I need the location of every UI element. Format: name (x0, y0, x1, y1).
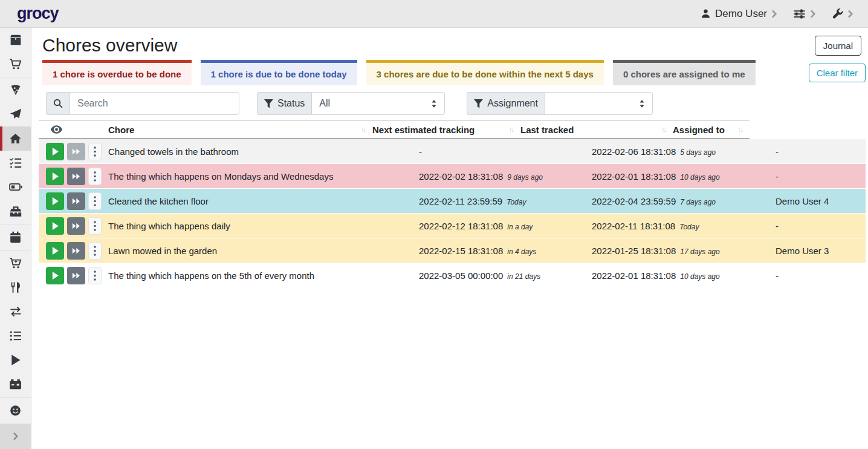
row-actions (45, 217, 108, 235)
play-icon (51, 221, 59, 231)
sidebar-item-equipment[interactable] (0, 199, 31, 223)
smiley-icon (10, 405, 21, 416)
caret-updown-icon (639, 99, 645, 108)
sidebar-item-chores[interactable] (0, 126, 31, 151)
chevron-right-icon (771, 10, 777, 18)
sidebar-item-transfer[interactable] (0, 300, 31, 324)
chore-row: The thing which happens on Mondays and W… (39, 164, 866, 189)
caret-updown-icon (431, 99, 437, 108)
filter-card-due-today[interactable]: 1 chore is due to be done today (201, 60, 357, 85)
skip-chore-button[interactable] (67, 192, 85, 210)
sidebar-item-inventory[interactable] (0, 324, 31, 348)
assigned-to-cell: - (776, 270, 866, 281)
car-battery-icon (9, 379, 22, 390)
sidebar-item-meal-plan[interactable] (0, 102, 31, 126)
sidebar-separator (0, 77, 31, 77)
track-chore-button[interactable] (46, 143, 64, 160)
sidebar-item-chore-tracking[interactable] (0, 348, 31, 372)
row-menu-button[interactable] (88, 217, 102, 235)
sidebar-item-batteries[interactable] (0, 175, 31, 199)
sidebar-item-consume[interactable] (0, 275, 31, 300)
sliders-icon (793, 8, 806, 19)
sort-icon: ↑↓ (361, 126, 365, 133)
skip-chore-button[interactable] (67, 143, 85, 160)
row-actions (45, 242, 108, 260)
filter-funnel-icon (474, 99, 483, 108)
sidebar-item-stock[interactable] (0, 28, 31, 52)
row-menu-button[interactable] (88, 192, 102, 210)
chore-name: The thing which happens on the 5th of ev… (108, 270, 419, 281)
utensils-icon (10, 281, 21, 293)
skip-chore-button[interactable] (67, 267, 85, 284)
last-tracked-relative: 10 days ago (680, 272, 719, 281)
row-actions (45, 267, 108, 284)
sidebar-item-feedback[interactable] (0, 398, 31, 422)
assignment-select[interactable] (545, 92, 653, 115)
settings-menu[interactable] (793, 8, 816, 19)
sidebar-item-tasks[interactable] (0, 151, 31, 175)
sidebar-item-shopping-list[interactable] (0, 52, 31, 76)
next-tracking-cell: 2022-02-02 18:31:089 days ago (419, 171, 592, 182)
column-header-last-tracked[interactable]: Last tracked ↑↓ (520, 125, 673, 135)
column-header-next-tracking[interactable]: Next estimated tracking ↑↓ (372, 125, 520, 135)
sidebar-item-battery-tracking[interactable] (0, 372, 31, 396)
skip-chore-button[interactable] (67, 168, 85, 185)
search-icon (53, 99, 63, 108)
track-chore-button[interactable] (46, 192, 64, 210)
admin-menu[interactable] (832, 8, 853, 19)
last-tracked-relative: Today (679, 223, 699, 231)
track-chore-button[interactable] (46, 168, 64, 185)
stock-box-icon (10, 34, 22, 46)
filter-card-assigned-to-me[interactable]: 0 chores are assigned to me (613, 60, 756, 85)
track-chore-button[interactable] (46, 242, 64, 260)
next-tracking-relative: 9 days ago (507, 173, 543, 182)
last-tracked-cell: 2022-01-25 18:31:0817 days ago (592, 246, 776, 256)
sidebar-item-purchase[interactable] (0, 251, 31, 275)
kebab-menu-icon (94, 270, 96, 281)
user-menu-label: Demo User (715, 8, 767, 20)
collapse-chevron-icon (13, 432, 19, 441)
sidebar-item-recipes[interactable] (0, 78, 31, 102)
skip-chore-button[interactable] (67, 242, 85, 260)
column-header-chore[interactable]: Chore ↑↓ (108, 125, 372, 135)
assigned-to-cell: Demo User 4 (776, 196, 866, 206)
sidebar-separator (0, 224, 31, 224)
last-tracked-cell: 2022-02-01 18:31:0810 days ago (592, 270, 776, 281)
journal-button[interactable]: Journal (815, 36, 861, 56)
kebab-menu-icon (94, 171, 96, 182)
fast-forward-icon (72, 148, 80, 156)
column-header-assigned-to[interactable]: Assigned to ↑↓ (673, 125, 750, 135)
filter-card-overdue[interactable]: 1 chore is overdue to be done (42, 60, 192, 85)
last-tracked-cell: 2022-02-04 23:59:597 days ago (592, 196, 776, 206)
filter-card-due-soon[interactable]: 3 chores are due to be done within the n… (366, 60, 604, 85)
status-select[interactable]: All (311, 92, 445, 115)
clear-filter-button[interactable]: Clear filter (809, 64, 866, 82)
user-menu[interactable]: Demo User (701, 8, 777, 20)
last-tracked-relative: 10 days ago (680, 173, 719, 182)
next-tracking-cell: - (419, 146, 592, 157)
row-actions (45, 168, 108, 185)
fast-forward-icon (72, 247, 80, 255)
status-filter-cards: 1 chore is overdue to be done 1 chore is… (39, 60, 866, 85)
play-icon (51, 147, 59, 156)
grocy-logo[interactable]: grocy (17, 4, 59, 23)
chevron-right-icon (847, 10, 853, 18)
next-tracking-relative: in a day (507, 223, 533, 231)
next-tracking-relative: in 4 days (507, 247, 536, 256)
row-menu-button[interactable] (88, 267, 102, 284)
calendar-icon (10, 231, 21, 243)
row-menu-button[interactable] (88, 242, 102, 260)
chore-name: Cleaned the kitchen floor (108, 196, 419, 206)
row-menu-button[interactable] (88, 143, 102, 160)
chore-row: Lawn mowed in the garden 2022-02-15 18:3… (39, 238, 866, 263)
top-navbar: grocy Demo User (0, 0, 868, 28)
track-chore-button[interactable] (46, 267, 64, 284)
sidebar-collapse-toggle[interactable] (0, 424, 31, 449)
skip-chore-button[interactable] (67, 217, 85, 235)
search-input[interactable] (70, 92, 239, 115)
sidebar-item-calendar[interactable] (0, 225, 31, 249)
sidebar-nav (0, 28, 31, 449)
row-menu-button[interactable] (88, 168, 102, 185)
track-chore-button[interactable] (46, 217, 64, 235)
kebab-menu-icon (94, 146, 96, 157)
